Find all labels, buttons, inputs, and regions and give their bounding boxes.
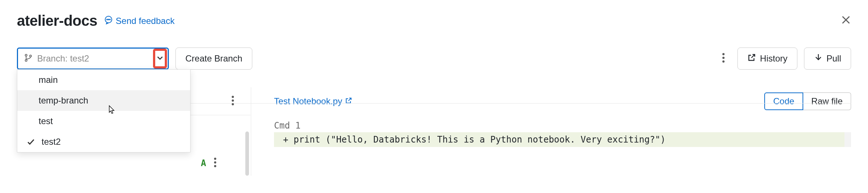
svg-point-1 xyxy=(107,19,107,20)
create-branch-button[interactable]: Create Branch xyxy=(175,48,252,70)
svg-point-12 xyxy=(232,103,234,105)
history-label: History xyxy=(760,53,787,64)
file-list-more-button[interactable] xyxy=(225,94,240,109)
svg-point-4 xyxy=(25,55,27,56)
external-link-icon xyxy=(747,53,756,64)
file-name-label: Test Notebook.py xyxy=(274,96,342,106)
view-tab-code[interactable]: Code xyxy=(764,92,803,110)
branch-option-test2[interactable]: test2 xyxy=(17,131,190,152)
branch-input[interactable] xyxy=(37,53,147,64)
svg-point-7 xyxy=(722,53,725,55)
svg-point-15 xyxy=(214,165,216,167)
vertical-divider xyxy=(251,87,251,176)
svg-point-11 xyxy=(232,99,234,102)
svg-point-2 xyxy=(108,19,109,20)
branch-option-test[interactable]: test xyxy=(17,111,190,131)
send-feedback-label: Send feedback xyxy=(116,16,175,26)
branch-dropdown: main temp-branch test test2 xyxy=(17,69,191,152)
scrollbar-thumb[interactable] xyxy=(245,131,249,176)
file-tree-item[interactable]: A xyxy=(201,156,221,171)
diff-added-line: + print ("Hello, Databricks! This is a P… xyxy=(274,132,851,147)
branch-option-temp-branch[interactable]: temp-branch xyxy=(17,90,190,111)
send-feedback-link[interactable]: Send feedback xyxy=(104,15,175,27)
svg-point-13 xyxy=(214,158,216,160)
pull-label: Pull xyxy=(826,53,841,64)
kebab-icon xyxy=(231,96,234,107)
svg-point-6 xyxy=(30,55,32,57)
more-actions-button[interactable] xyxy=(716,51,731,66)
view-tab-raw[interactable]: Raw file xyxy=(803,92,851,110)
external-link-icon xyxy=(345,96,352,106)
command-label: Cmd 1 xyxy=(274,120,851,131)
svg-point-9 xyxy=(722,60,725,63)
file-open-link[interactable]: Test Notebook.py xyxy=(274,96,352,106)
history-button[interactable]: History xyxy=(737,48,797,70)
branch-option-label: temp-branch xyxy=(25,95,88,106)
create-branch-label: Create Branch xyxy=(185,53,242,64)
kebab-icon xyxy=(722,53,725,64)
branch-option-main[interactable]: main xyxy=(17,70,190,90)
download-arrow-icon xyxy=(814,53,823,64)
kebab-icon xyxy=(214,158,217,169)
pull-button[interactable]: Pull xyxy=(804,48,851,70)
branch-option-label: main xyxy=(25,75,58,85)
svg-point-10 xyxy=(232,96,234,98)
check-icon xyxy=(25,137,36,146)
chevron-down-icon xyxy=(156,54,164,63)
svg-point-14 xyxy=(214,161,216,164)
file-item-more-button[interactable] xyxy=(210,156,221,171)
chat-icon xyxy=(104,15,113,27)
svg-point-3 xyxy=(110,19,110,20)
branch-option-label: test2 xyxy=(42,137,61,147)
svg-point-5 xyxy=(25,60,27,62)
svg-point-8 xyxy=(722,57,725,59)
close-button[interactable] xyxy=(841,15,851,27)
status-badge: A xyxy=(201,158,206,168)
page-title: atelier-docs xyxy=(17,13,97,29)
close-icon xyxy=(841,20,851,26)
branch-dropdown-toggle[interactable] xyxy=(153,49,167,69)
branch-option-label: test xyxy=(25,116,53,126)
git-branch-icon xyxy=(24,53,33,64)
branch-combo[interactable] xyxy=(17,48,169,70)
